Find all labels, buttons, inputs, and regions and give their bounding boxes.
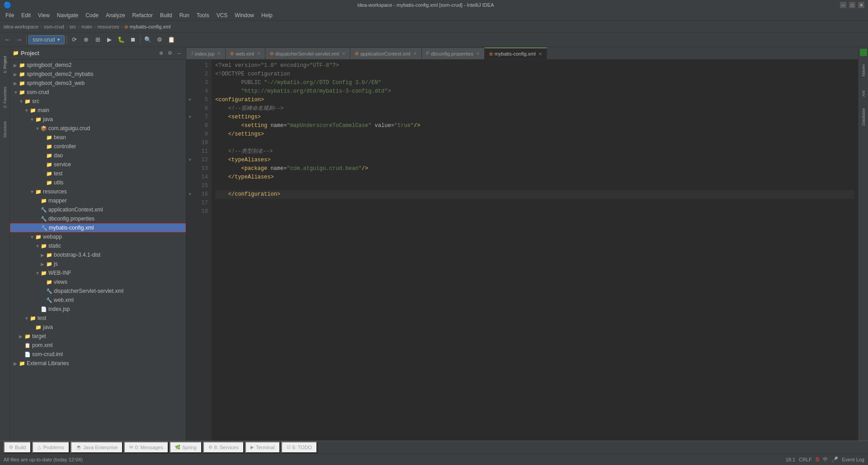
tree-item-iml[interactable]: 📄ssm-crud.iml: [10, 350, 186, 359]
tree-item-ssmcrud[interactable]: ▼📁ssm-crud: [10, 88, 186, 97]
tab-appcontext[interactable]: ✿ applicationContext.xml ✕: [350, 47, 422, 59]
menu-item-analyze[interactable]: Analyze: [102, 11, 129, 19]
tree-item-utils[interactable]: 📁utils: [10, 178, 186, 187]
tree-item-src[interactable]: ▼📁src: [10, 97, 186, 106]
sidebar-tab-ant[interactable]: Ant: [859, 82, 868, 105]
menu-item-code[interactable]: Code: [82, 11, 102, 19]
tree-item-mapper[interactable]: 📁mapper: [10, 196, 186, 205]
back-button[interactable]: ←: [2, 34, 13, 45]
breadcrumb-item-4[interactable]: resources: [97, 24, 119, 29]
tree-item-springboot2m[interactable]: ▶📁springboot_demo2_mybatis: [10, 70, 186, 79]
tree-item-indexjsp[interactable]: 📄index.jsp: [10, 305, 186, 314]
status-event-log[interactable]: Event Log: [842, 457, 864, 462]
menu-item-edit[interactable]: Edit: [18, 11, 34, 19]
bottom-tab-services[interactable]: ⚙ 8: Services: [203, 442, 244, 453]
tree-item-webxml[interactable]: 🔧web.xml: [10, 296, 186, 305]
breadcrumb-item-1[interactable]: ssm-crud: [44, 24, 64, 29]
status-lang-zh[interactable]: 中: [823, 456, 828, 463]
tree-item-java2[interactable]: 📁java: [10, 323, 186, 332]
tree-item-js[interactable]: ▶📁js: [10, 259, 186, 268]
tree-item-controller[interactable]: 📁controller: [10, 142, 186, 151]
menu-item-file[interactable]: File: [2, 11, 18, 19]
tab-dispatcher[interactable]: ✿ dispatcherServlet-servlet.xml ✕: [265, 47, 350, 59]
tree-item-springboot3w[interactable]: ▶📁springboot_demo3_web: [10, 79, 186, 88]
tab-close-indexjsp[interactable]: ✕: [217, 51, 221, 56]
breadcrumb-item-0[interactable]: idea-workspace: [4, 24, 38, 29]
tree-item-webapp[interactable]: ▼📁webapp: [10, 232, 186, 241]
menu-item-run[interactable]: Run: [176, 11, 193, 19]
menu-item-navigate[interactable]: Navigate: [53, 11, 82, 19]
menu-item-tools[interactable]: Tools: [193, 11, 213, 19]
tree-item-bootstrap[interactable]: ▶📁bootstrap-3.4.1-dist: [10, 250, 186, 259]
tree-item-views[interactable]: 📁views: [10, 277, 186, 287]
debug-button[interactable]: 🐛: [116, 34, 127, 45]
menu-item-refactor[interactable]: Refactor: [129, 11, 156, 19]
tab-webxml[interactable]: ✿ web.xml ✕: [226, 47, 265, 59]
breadcrumb-item-2[interactable]: src: [70, 24, 76, 29]
run-button[interactable]: ▶: [104, 34, 115, 45]
status-crlf[interactable]: CRLF: [799, 457, 812, 462]
tab-close-webxml[interactable]: ✕: [257, 51, 260, 56]
clipboard-button[interactable]: 📋: [166, 34, 177, 45]
project-collapse-button[interactable]: ─: [175, 49, 183, 57]
tree-item-springboot2[interactable]: ▶📁springboot_demo2: [10, 61, 186, 70]
settings-button[interactable]: ⚙: [154, 34, 165, 45]
menu-item-vcs[interactable]: VCS: [213, 11, 231, 19]
tab-mybatis[interactable]: ✿ mybatis-config.xml ✕: [485, 47, 547, 59]
tab-close-dispatcher[interactable]: ✕: [342, 51, 345, 56]
tab-close-mybatis[interactable]: ✕: [538, 52, 542, 56]
bottom-tab-terminal[interactable]: ▶ Terminal: [245, 442, 280, 453]
tree-item-bean[interactable]: 📁bean: [10, 133, 186, 142]
tree-item-service[interactable]: 📁service: [10, 160, 186, 169]
tree-item-pom[interactable]: 📋pom.xml: [10, 341, 186, 350]
sync-button[interactable]: ⟳: [69, 34, 80, 45]
close-button[interactable]: ✕: [858, 2, 864, 8]
sidebar-tab-database[interactable]: Database: [859, 106, 868, 128]
tab-dbconfig[interactable]: P dbconfig.properties ✕: [422, 47, 485, 59]
sidebar-tab-maven[interactable]: Maven: [859, 59, 868, 81]
bottom-tab-todo[interactable]: ☑ 6: TODO: [281, 442, 318, 453]
menu-item-help[interactable]: Help: [258, 11, 276, 19]
tree-item-dbconfig[interactable]: 🔧dbconfig.properties: [10, 214, 186, 223]
menu-item-view[interactable]: View: [34, 11, 53, 19]
breadcrumb-item-5[interactable]: ✿mybatis-config.xml: [124, 24, 170, 29]
tree-item-package[interactable]: ▼📦com.atguigu.crud: [10, 124, 186, 133]
tree-item-webinf[interactable]: ▼📁WEB-INF: [10, 268, 186, 277]
tree-item-extlibs[interactable]: ▶📁External Libraries: [10, 359, 186, 368]
stop-button[interactable]: ⏹: [127, 34, 138, 45]
tree-item-appcontext[interactable]: 🔧applicationContext.xml: [10, 205, 186, 214]
menu-item-build[interactable]: Build: [156, 11, 176, 19]
bottom-tab-build[interactable]: ⚙ Build: [4, 442, 31, 453]
forward-button[interactable]: →: [14, 34, 24, 45]
tree-item-dao[interactable]: 📁dao: [10, 151, 186, 160]
code-editor[interactable]: <?xml version="1.0" encoding="UTF-8"?> <…: [212, 60, 858, 441]
tree-item-static[interactable]: ▼📁static: [10, 241, 186, 250]
minimize-button[interactable]: ─: [840, 2, 846, 8]
tree-item-main[interactable]: ▼📁main: [10, 106, 186, 115]
maximize-button[interactable]: □: [849, 2, 855, 8]
breadcrumb-item-3[interactable]: main: [81, 24, 92, 29]
project-settings-button[interactable]: ⚙: [166, 49, 174, 57]
tree-item-mybatis[interactable]: 🔧 mybatis-config.xml: [10, 223, 186, 232]
tree-item-dispatcher[interactable]: 🔧dispatcherServlet-servlet.xml: [10, 287, 186, 296]
bottom-tab-messages[interactable]: ✉ 0: Messages: [124, 442, 168, 453]
sidebar-tab-project[interactable]: 1: Project: [0, 49, 9, 80]
project-dropdown[interactable]: ssm-crud▼: [28, 35, 65, 44]
tree-item-target[interactable]: ▶📁target: [10, 332, 186, 341]
tree-item-java[interactable]: ▼📁java: [10, 115, 186, 124]
tab-close-dbconfig[interactable]: ✕: [476, 51, 480, 56]
menu-item-window[interactable]: Window: [231, 11, 258, 19]
status-position[interactable]: 18:1: [786, 457, 795, 462]
tree-item-resources[interactable]: ▼📁resources: [10, 187, 186, 196]
bottom-tab-problems[interactable]: △ Problems: [32, 442, 69, 453]
tab-close-appcontext[interactable]: ✕: [413, 51, 417, 56]
tree-item-test-src[interactable]: 📁test: [10, 169, 186, 178]
search-button[interactable]: 🔍: [142, 34, 153, 45]
add-button[interactable]: ⊕: [80, 34, 91, 45]
bottom-tab-spring[interactable]: 🌿 Spring: [170, 442, 202, 453]
tree-item-test-folder[interactable]: ▼📁test: [10, 314, 186, 323]
project-sync-button[interactable]: ⊕: [157, 49, 165, 57]
sidebar-tab-favorites[interactable]: 2: Favorites: [0, 81, 9, 113]
run-config-button[interactable]: ⊞: [92, 34, 103, 45]
bottom-tab-java-enterprise[interactable]: ☕ Java Enterprise: [71, 442, 123, 453]
